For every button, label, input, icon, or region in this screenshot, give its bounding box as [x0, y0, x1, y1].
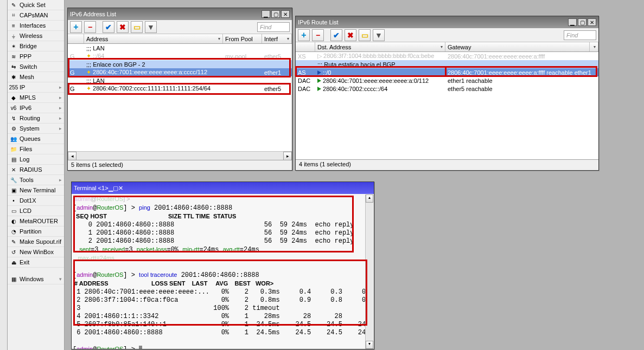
- remove-button[interactable]: −: [312, 29, 324, 41]
- add-button[interactable]: +: [70, 21, 82, 33]
- minimize-button[interactable]: ▁: [568, 18, 577, 26]
- comment-button[interactable]: ▭: [359, 29, 371, 41]
- menu-icon: ◆: [10, 94, 17, 101]
- sidebar-item-label: System: [20, 125, 40, 132]
- menu-icon: v6: [10, 104, 17, 112]
- sidebar-item-make-supout.rif[interactable]: ✎Make Supout.rif: [8, 237, 64, 247]
- disable-button[interactable]: ✖: [117, 21, 129, 33]
- find-input[interactable]: Find: [257, 22, 290, 32]
- maximize-button[interactable]: ▢: [578, 18, 586, 26]
- hscrollbar[interactable]: ◂▸: [68, 151, 292, 160]
- sidebar-item-wireless[interactable]: ⏚Wireless: [8, 31, 64, 41]
- window-title: IPv6 Route List: [298, 19, 567, 25]
- titlebar[interactable]: Terminal <1> ▁ ▢ ✕: [72, 182, 374, 194]
- col-frompool[interactable]: From Pool: [223, 34, 262, 43]
- sidebar-item-routing[interactable]: ↯Routing▸: [8, 113, 64, 124]
- toolbar: + − ✔ ✖ ▭ ▼ Find: [296, 28, 598, 42]
- add-button[interactable]: +: [298, 29, 310, 41]
- sidebar-item-label: PPP: [20, 53, 31, 60]
- comment-row[interactable]: ;;; Ruta estatica hacia el BGP: [296, 60, 598, 68]
- sidebar-item-bridge[interactable]: ✶Bridge: [8, 41, 64, 51]
- chevron-right-icon: ▸: [59, 115, 62, 121]
- terminal-window: Terminal <1> ▁ ▢ ✕ [admin@RouterOS] > [a…: [71, 182, 374, 349]
- close-button[interactable]: ✕: [281, 10, 290, 18]
- menu-icon: 📁: [10, 145, 17, 153]
- disable-button[interactable]: ✖: [345, 29, 356, 41]
- sidebar-item-label: MPLS: [20, 94, 36, 101]
- address-row[interactable]: G✦ 2806:40c:7002:cccc:1111:1111:1111:254…: [68, 85, 292, 93]
- menu-icon: ⚙: [10, 125, 17, 132]
- menu-icon: ↺: [10, 248, 17, 256]
- address-row[interactable]: G✦ ::/64my-poolether5: [68, 52, 292, 60]
- window-title: Terminal <1>: [74, 185, 109, 191]
- sidebar-item-capsman[interactable]: ⌗CAPsMAN: [8, 10, 64, 21]
- minimize-button[interactable]: ▁: [109, 185, 113, 192]
- sidebar-item-interfaces[interactable]: ≡Interfaces: [8, 21, 64, 31]
- chevron-right-icon: ▸: [59, 85, 62, 90]
- maximize-button[interactable]: ▢: [113, 185, 118, 192]
- sidebar-windows[interactable]: ▦ Windows ▾: [8, 274, 64, 284]
- comment-row[interactable]: ;;; Enlace con BGP - 2: [68, 60, 292, 68]
- col-interface[interactable]: Interf▾: [262, 34, 292, 43]
- address-row[interactable]: G✦ 2806:40c:7001:eeee:eeee:eeee:a:cccc/1…: [68, 68, 292, 76]
- sidebar-item-label: Wireless: [20, 33, 42, 39]
- sidebar-item-ip[interactable]: 255IP▸: [8, 82, 64, 93]
- sidebar-item-label: Mesh: [20, 74, 34, 80]
- sidebar-item-label: Make Supout.rif: [20, 238, 61, 245]
- sidebar-item-ipv6[interactable]: v6IPv6▸: [8, 103, 64, 113]
- sidebar-item-files[interactable]: 📁Files: [8, 144, 64, 154]
- col-dst[interactable]: Dst. Address▾: [315, 42, 445, 51]
- sidebar-item-new-winbox[interactable]: ↺New WinBox: [8, 247, 64, 257]
- sidebar-item-switch[interactable]: ⇆Switch: [8, 62, 64, 72]
- col-address[interactable]: Address▾: [84, 34, 223, 43]
- route-row[interactable]: AS ::/02806:40c:7001:eeee:eeee:eeee:a:ff…: [296, 68, 598, 76]
- terminal-output[interactable]: [admin@RouterOS] > [admin@RouterOS] > pi…: [72, 194, 374, 349]
- route-row[interactable]: XS▷ 2806:3f7:1004:bbbb:bbbb:bbbb:f0ca:be…: [296, 52, 598, 60]
- vscrollbar[interactable]: ▴ ▾: [365, 195, 373, 349]
- menu-icon: ✕: [10, 166, 17, 173]
- chevron-right-icon: ▸: [59, 126, 62, 131]
- titlebar[interactable]: IPv6 Address List ▁ ▢ ✕: [68, 8, 292, 20]
- titlebar[interactable]: IPv6 Route List ▁ ▢ ✕: [296, 16, 598, 28]
- sidebar-item-queues[interactable]: 👥Queues: [8, 134, 64, 144]
- sidebar-item-metarouter[interactable]: ◐MetaROUTER: [8, 216, 64, 226]
- sidebar-item-dot1x[interactable]: •Dot1X: [8, 196, 64, 206]
- sidebar-item-radius[interactable]: ✕RADIUS: [8, 165, 64, 175]
- enable-button[interactable]: ✔: [103, 21, 114, 33]
- comment-button[interactable]: ▭: [131, 21, 143, 33]
- sidebar-item-quick-set[interactable]: ✎Quick Set: [8, 0, 64, 10]
- route-row[interactable]: DAC 2806:40c:7002:cccc::/64ether5 reacha…: [296, 85, 598, 93]
- close-button[interactable]: ✕: [118, 185, 123, 192]
- sidebar-item-mpls[interactable]: ◆MPLS▸: [8, 93, 64, 103]
- sidebar-item-exit[interactable]: ⏏Exit: [8, 257, 64, 268]
- comment-row[interactable]: ;;; LAN: [68, 44, 292, 52]
- maximize-button[interactable]: ▢: [271, 10, 280, 18]
- sidebar-item-label: New Terminal: [20, 187, 55, 193]
- menu-icon: ✱: [10, 73, 17, 81]
- find-input[interactable]: Find: [564, 30, 596, 40]
- close-button[interactable]: ✕: [588, 18, 596, 26]
- enable-button[interactable]: ✔: [330, 29, 342, 41]
- filter-button[interactable]: ▼: [145, 21, 157, 33]
- route-grid[interactable]: XS▷ 2806:3f7:1004:bbbb:bbbb:bbbb:f0ca:be…: [296, 52, 598, 159]
- sidebar-item-lcd[interactable]: ▭LCD: [8, 206, 64, 216]
- sidebar-item-mesh[interactable]: ✱Mesh: [8, 72, 64, 82]
- sidebar-item-ppp[interactable]: ≋PPP: [8, 51, 64, 62]
- minimize-button[interactable]: ▁: [262, 10, 270, 18]
- windows-icon: ▦: [10, 275, 17, 283]
- sidebar-item-label: RADIUS: [20, 166, 42, 173]
- sidebar-item-label: IPv6: [20, 105, 31, 111]
- sidebar-item-system[interactable]: ⚙System▸: [8, 124, 64, 134]
- chevron-down-icon: ▾: [59, 276, 62, 282]
- sidebar-item-log[interactable]: ▤Log: [8, 154, 64, 165]
- toolbar: + − ✔ ✖ ▭ ▼ Find: [68, 20, 292, 34]
- sidebar-item-tools[interactable]: 🔧Tools▸: [8, 175, 64, 185]
- address-grid[interactable]: ;;; LANG✦ ::/64my-poolether5;;; Enlace c…: [68, 44, 292, 151]
- remove-button[interactable]: −: [84, 21, 96, 33]
- comment-row[interactable]: ;;; LAN: [68, 76, 292, 85]
- filter-button[interactable]: ▼: [373, 29, 385, 41]
- sidebar-item-new-terminal[interactable]: ▣New Terminal: [8, 185, 64, 196]
- sidebar-item-partition[interactable]: ◔Partition: [8, 226, 64, 237]
- route-row[interactable]: DAC 2806:40c:7001:eeee:eeee:eeee:a:0/112…: [296, 76, 598, 85]
- col-gateway[interactable]: Gateway: [445, 42, 590, 51]
